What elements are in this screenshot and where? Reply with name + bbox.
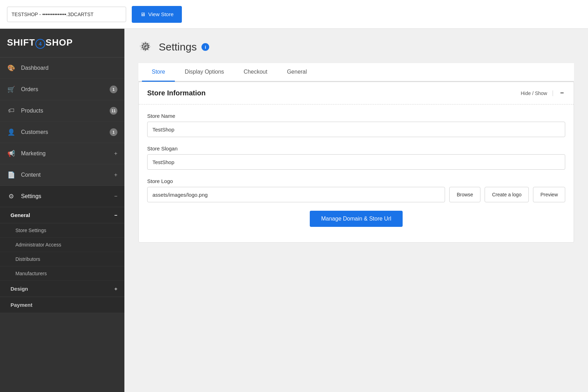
general-collapse-icon: − bbox=[114, 212, 117, 218]
dashboard-icon: 🎨 bbox=[7, 64, 15, 72]
design-expand-icon: + bbox=[114, 286, 117, 292]
customers-badge: 1 bbox=[110, 128, 117, 136]
settings-expand: − bbox=[114, 193, 117, 200]
subnav-payment[interactable]: Payment bbox=[0, 297, 124, 313]
settings-gear-icon: ⚙ bbox=[138, 39, 154, 55]
store-name-label: Store Name bbox=[147, 113, 565, 119]
top-bar: 🖥 View Store bbox=[0, 0, 588, 29]
store-information-card: Store Information Hide / Show − Store Na… bbox=[138, 82, 574, 243]
marketing-icon: 📢 bbox=[7, 149, 15, 158]
card-body: Store Name Store Slogan Store Logo Brows… bbox=[139, 104, 574, 242]
sidebar-item-orders[interactable]: 🛒 Orders 1 bbox=[0, 79, 124, 100]
sidebar-item-dashboard[interactable]: 🎨 Dashboard bbox=[0, 58, 124, 79]
settings-tabs: Store Display Options Checkout General bbox=[138, 63, 574, 82]
store-slogan-label: Store Slogan bbox=[147, 146, 565, 151]
svg-text:⚙: ⚙ bbox=[141, 40, 151, 53]
subnav-payment-label: Payment bbox=[11, 302, 33, 308]
content-icon: 📄 bbox=[7, 171, 15, 179]
sidebar-item-products[interactable]: 🏷 Products 11 bbox=[0, 100, 124, 122]
marketing-expand: + bbox=[114, 150, 117, 157]
sidebar-item-label: Settings bbox=[21, 193, 111, 200]
store-logo-row: Browse Create a logo Preview bbox=[147, 187, 565, 202]
preview-button[interactable]: Preview bbox=[533, 187, 565, 202]
tab-checkout[interactable]: Checkout bbox=[234, 63, 277, 82]
monitor-icon: 🖥 bbox=[140, 11, 145, 17]
sidebar-item-label: Dashboard bbox=[21, 65, 117, 71]
subnav-design-label: Design bbox=[11, 286, 28, 292]
subnav-general-label: General bbox=[11, 212, 30, 218]
tab-store[interactable]: Store bbox=[142, 63, 175, 82]
subnav-manufacturers[interactable]: Manufacturers bbox=[0, 266, 124, 281]
main-content: ⚙ Settings i Store Display Options Check… bbox=[124, 29, 588, 392]
manage-domain-button[interactable]: Manage Domain & Store Url bbox=[310, 211, 402, 227]
products-icon: 🏷 bbox=[7, 107, 15, 115]
page-title: Settings bbox=[159, 41, 197, 53]
settings-subnav: General − Store Settings Administrator A… bbox=[0, 207, 124, 313]
store-name-input[interactable] bbox=[147, 122, 565, 137]
tab-general[interactable]: General bbox=[277, 63, 317, 82]
sidebar-item-customers[interactable]: 👤 Customers 1 bbox=[0, 122, 124, 143]
logo-text: SHIFT4SHOP bbox=[7, 37, 73, 49]
sidebar-item-label: Content bbox=[21, 172, 111, 178]
logo-number: 4 bbox=[35, 39, 45, 49]
view-store-button[interactable]: 🖥 View Store bbox=[132, 6, 182, 23]
store-slogan-input[interactable] bbox=[147, 154, 565, 170]
hide-show-link[interactable]: Hide / Show bbox=[521, 90, 553, 96]
orders-badge: 1 bbox=[110, 86, 117, 93]
settings-header: ⚙ Settings i bbox=[138, 39, 574, 55]
store-slogan-group: Store Slogan bbox=[147, 146, 565, 170]
card-header: Store Information Hide / Show − bbox=[139, 82, 574, 104]
store-logo-input[interactable] bbox=[147, 187, 445, 202]
sidebar-item-label: Orders bbox=[21, 86, 107, 93]
store-url-input[interactable] bbox=[7, 7, 126, 22]
sidebar-item-label: Customers bbox=[21, 129, 107, 135]
store-logo-label: Store Logo bbox=[147, 178, 565, 184]
sidebar-item-content[interactable]: 📄 Content + bbox=[0, 164, 124, 186]
tab-display-options[interactable]: Display Options bbox=[175, 63, 234, 82]
customers-icon: 👤 bbox=[7, 128, 15, 136]
subnav-design[interactable]: Design + bbox=[0, 281, 124, 297]
store-logo-group: Store Logo Browse Create a logo Preview bbox=[147, 178, 565, 202]
card-title: Store Information bbox=[147, 89, 206, 97]
content-expand: + bbox=[114, 172, 117, 178]
create-logo-button[interactable]: Create a logo bbox=[485, 187, 529, 202]
sidebar-item-label: Marketing bbox=[21, 150, 111, 157]
orders-icon: 🛒 bbox=[7, 85, 15, 94]
settings-icon: ⚙ bbox=[7, 192, 15, 201]
sidebar-item-settings[interactable]: ⚙ Settings − bbox=[0, 186, 124, 207]
store-name-group: Store Name bbox=[147, 113, 565, 137]
sidebar-item-marketing[interactable]: 📢 Marketing + bbox=[0, 143, 124, 164]
view-store-label: View Store bbox=[148, 11, 173, 17]
browse-button[interactable]: Browse bbox=[449, 187, 480, 202]
sidebar-logo: SHIFT4SHOP bbox=[0, 29, 124, 58]
sidebar-item-label: Products bbox=[21, 108, 107, 114]
collapse-button[interactable]: − bbox=[559, 89, 565, 97]
info-icon[interactable]: i bbox=[201, 43, 209, 51]
subnav-distributors[interactable]: Distributors bbox=[0, 252, 124, 266]
card-header-controls: Hide / Show − bbox=[521, 89, 565, 97]
subnav-administrator-access[interactable]: Administrator Access bbox=[0, 238, 124, 252]
products-badge: 11 bbox=[110, 107, 117, 115]
layout: SHIFT4SHOP 🎨 Dashboard 🛒 Orders 1 🏷 Prod… bbox=[0, 29, 588, 392]
subnav-store-settings[interactable]: Store Settings bbox=[0, 223, 124, 238]
subnav-general[interactable]: General − bbox=[0, 207, 124, 223]
sidebar: SHIFT4SHOP 🎨 Dashboard 🛒 Orders 1 🏷 Prod… bbox=[0, 29, 124, 392]
